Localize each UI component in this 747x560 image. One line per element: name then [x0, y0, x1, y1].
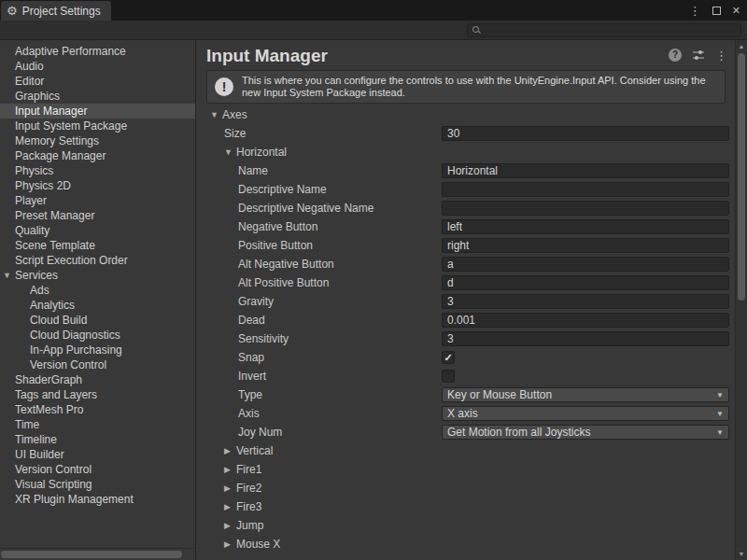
sidebar-item[interactable]: Physics 2D	[0, 178, 195, 193]
sidebar-item[interactable]: Input Manager	[0, 104, 195, 119]
property-label-text: Joy Num	[238, 426, 282, 439]
foldout-arrow-icon[interactable]: ▶	[224, 483, 236, 493]
property-value: 0.001	[442, 313, 729, 328]
sidebar-item[interactable]: Audio	[0, 59, 195, 74]
foldout-arrow-icon[interactable]: ▶	[224, 539, 236, 549]
scroll-up-icon[interactable]: ▲	[736, 43, 747, 49]
sidebar-item[interactable]: Graphics	[0, 89, 195, 104]
scroll-down-icon[interactable]: ▼	[736, 551, 747, 557]
foldout-row-label[interactable]: ▶Mouse X	[197, 538, 442, 551]
property-value: 3	[442, 294, 729, 309]
window-menu-icon[interactable]: ⋮	[689, 4, 701, 18]
text-field[interactable]	[442, 201, 729, 216]
foldout-row-label[interactable]: ▼Horizontal	[197, 146, 442, 159]
foldout-row-label[interactable]: ▶Vertical	[197, 444, 442, 457]
sidebar-item[interactable]: Timeline	[0, 432, 195, 447]
property-row: ▶Vertical	[197, 441, 735, 460]
foldout-row-label[interactable]: ▶Fire1	[197, 463, 442, 476]
foldout-row-label[interactable]: ▼Axes	[197, 108, 442, 121]
sidebar-item-label: Package Manager	[15, 149, 106, 162]
foldout-arrow-icon[interactable]: ▼	[210, 110, 222, 119]
sidebar-item[interactable]: Analytics	[0, 298, 195, 313]
sidebar-item[interactable]: Adaptive Performance	[0, 44, 195, 59]
foldout-arrow-icon[interactable]: ▼	[224, 147, 236, 157]
sidebar-item[interactable]: Version Control	[0, 462, 195, 477]
sidebar-item-label: XR Plugin Management	[15, 493, 134, 506]
text-field[interactable]	[442, 182, 729, 197]
sidebar-item[interactable]: ▼Services	[0, 268, 195, 283]
presets-icon[interactable]	[692, 49, 705, 61]
foldout-row-label[interactable]: ▶Jump	[197, 519, 442, 532]
checkbox[interactable]	[442, 370, 455, 383]
foldout-row-label[interactable]: ▶Fire3	[197, 500, 442, 513]
property-row: ▼Horizontal	[197, 143, 735, 161]
property-label: Size	[197, 127, 442, 140]
text-field[interactable]: left	[442, 219, 729, 234]
foldout-row-label[interactable]: ▶Fire2	[197, 482, 442, 495]
help-icon[interactable]: ?	[669, 49, 682, 62]
vertical-scrollbar[interactable]: ▲ ▼	[735, 40, 747, 560]
sidebar-horizontal-scrollbar[interactable]	[0, 548, 196, 560]
sidebar-item[interactable]: Cloud Diagnostics	[0, 328, 195, 343]
sidebar-item[interactable]: ShaderGraph	[0, 372, 195, 387]
sidebar-item[interactable]: Input System Package	[0, 119, 195, 133]
sidebar-item[interactable]: XR Plugin Management	[0, 492, 195, 507]
sidebar-item-label: UI Builder	[15, 448, 64, 461]
text-field[interactable]: 3	[442, 331, 729, 346]
sidebar-item[interactable]: Quality	[0, 223, 195, 238]
foldout-arrow-icon[interactable]: ▼	[3, 268, 13, 283]
sidebar-item[interactable]: Tags and Layers	[0, 387, 195, 402]
text-field[interactable]: a	[442, 257, 729, 272]
text-field[interactable]: right	[442, 238, 729, 253]
sidebar-item[interactable]: Version Control	[0, 357, 195, 372]
search-input[interactable]	[485, 24, 736, 36]
text-field[interactable]: 30	[442, 126, 729, 141]
sidebar-item[interactable]: UI Builder	[0, 447, 195, 462]
dropdown[interactable]: X axis▼	[442, 406, 729, 421]
property-row: Alt Positive Buttond	[197, 273, 735, 292]
search-box[interactable]	[467, 23, 741, 37]
property-label-text: Name	[238, 164, 268, 177]
dropdown[interactable]: Get Motion from all Joysticks▼	[442, 425, 729, 440]
text-field[interactable]: d	[442, 275, 729, 290]
horizontal-scrollbar-thumb[interactable]	[1, 551, 182, 558]
sidebar-item[interactable]: TextMesh Pro	[0, 402, 195, 417]
foldout-arrow-icon[interactable]: ▶	[224, 446, 236, 455]
foldout-arrow-icon[interactable]: ▶	[224, 465, 236, 474]
vertical-scrollbar-thumb[interactable]	[738, 53, 745, 301]
sidebar-item[interactable]: Memory Settings	[0, 133, 195, 148]
text-field[interactable]: 0.001	[442, 313, 729, 328]
panel-menu-icon[interactable]: ⋮	[715, 49, 727, 62]
property-label-text: Type	[238, 388, 262, 401]
gear-icon: ⚙	[7, 5, 18, 17]
sidebar-item-label: TextMesh Pro	[15, 403, 83, 416]
sidebar-item[interactable]: Physics	[0, 163, 195, 178]
sidebar-item-label: Adaptive Performance	[15, 45, 126, 58]
sidebar-item[interactable]: Cloud Build	[0, 313, 195, 328]
checkbox[interactable]: ✓	[442, 351, 455, 364]
close-icon[interactable]: ✕	[732, 5, 740, 17]
sidebar-item-label: Script Execution Order	[15, 254, 128, 267]
property-label: Positive Button	[197, 239, 442, 252]
sidebar-item[interactable]: Package Manager	[0, 148, 195, 163]
sidebar-item[interactable]: Script Execution Order	[0, 253, 195, 268]
sidebar-list: Adaptive PerformanceAudioEditorGraphicsI…	[0, 44, 195, 507]
sidebar-item[interactable]: In-App Purchasing	[0, 343, 195, 357]
text-field[interactable]: Horizontal	[442, 163, 729, 178]
property-row: ▼Axes	[197, 105, 735, 124]
foldout-arrow-icon[interactable]: ▶	[224, 502, 236, 511]
text-field[interactable]: 3	[442, 294, 729, 309]
sidebar-item[interactable]: Time	[0, 417, 195, 432]
sidebar-item[interactable]: Scene Template	[0, 238, 195, 253]
sidebar-item[interactable]: Editor	[0, 74, 195, 89]
sidebar-item[interactable]: Visual Scripting	[0, 477, 195, 492]
maximize-icon[interactable]	[712, 7, 721, 15]
property-row: Gravity3	[197, 292, 735, 311]
sidebar-item[interactable]: Ads	[0, 283, 195, 298]
sidebar-item[interactable]: Player	[0, 193, 195, 208]
sidebar-item[interactable]: Preset Manager	[0, 208, 195, 223]
foldout-arrow-icon[interactable]: ▶	[224, 521, 236, 530]
tab-project-settings[interactable]: ⚙ Project Settings	[1, 1, 111, 21]
dropdown[interactable]: Key or Mouse Button▼	[442, 387, 729, 402]
sidebar-item-label: Quality	[15, 224, 49, 237]
